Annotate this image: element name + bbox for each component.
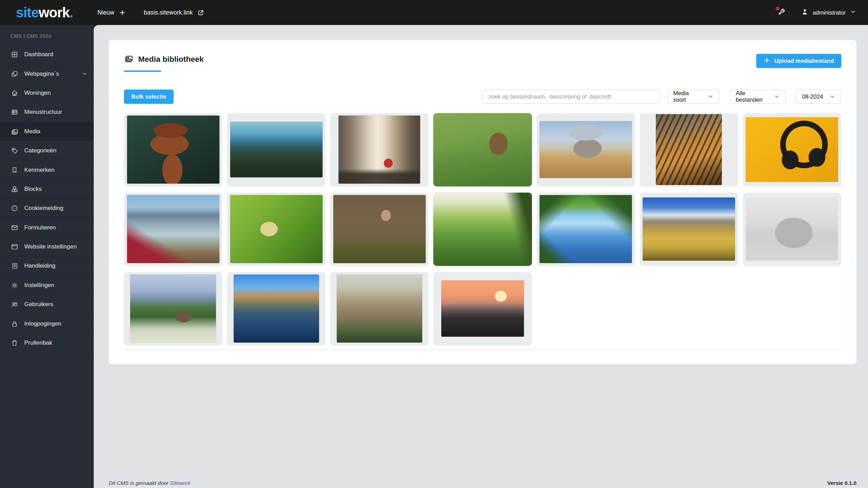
browser-icon	[10, 243, 19, 251]
version-label: Versie 0.1.0	[827, 480, 857, 486]
media-thumbnail	[746, 197, 838, 260]
chevron-down-icon	[82, 71, 87, 77]
media-item-sunset-over-mountains[interactable]	[433, 272, 532, 345]
media-item-forest-lake-mountains[interactable]	[227, 113, 325, 186]
media-library-card: Media bibliotheek Upload mediabestand Bu…	[109, 40, 857, 364]
media-item-misty-mountain-valley[interactable]	[330, 272, 428, 345]
media-item-london-street-red-bus[interactable]	[330, 113, 428, 186]
media-thumbnail	[441, 280, 524, 337]
sidebar-item-media[interactable]: Media	[0, 122, 94, 141]
nieuw-label: Nieuw	[97, 9, 114, 16]
sidebar-item-formulieren[interactable]: Formulieren	[0, 218, 94, 237]
media-item-bird-in-green-leaves[interactable]	[227, 193, 325, 266]
media-thumbnail	[540, 195, 632, 263]
media-thumbnail	[433, 113, 532, 186]
bulk-select-button[interactable]: Bulk selectie	[124, 90, 174, 104]
logo-part1: site	[16, 5, 39, 20]
sidebar-item-woningen[interactable]: Woningen	[0, 84, 94, 103]
media-thumbnail	[230, 195, 323, 263]
sidebar-item-dashboard[interactable]: Dashboard	[0, 45, 94, 64]
tag-icon	[10, 146, 19, 155]
blocks-icon	[10, 185, 19, 193]
title-underline	[124, 70, 161, 72]
cookie-icon	[10, 204, 19, 212]
sidebar-item-gebruikers[interactable]: Gebruikers	[0, 295, 94, 314]
sidebar-item-kenmerken[interactable]: Kenmerken	[0, 160, 94, 179]
sidebar-item-handleiding[interactable]: Handleiding	[0, 256, 94, 276]
notification-dot	[776, 7, 779, 10]
sidebar-item-blocks[interactable]: Blocks	[0, 180, 94, 199]
media-item-alpine-meadow-hut[interactable]	[124, 272, 222, 345]
media-item-mountain-lake-reflection[interactable]	[227, 272, 325, 345]
sidebar-section-label: CMS | CMS 2024	[0, 25, 94, 45]
envelope-icon	[10, 224, 19, 232]
search-input[interactable]	[482, 90, 660, 104]
bulk-button-label: Bulk selectie	[131, 93, 166, 100]
topbar-right: administrator	[777, 8, 856, 17]
filters-group: Media soortAlle bestanden08-2024	[482, 90, 841, 104]
site-link[interactable]: basis.sitework.link	[144, 9, 204, 16]
sitework-logo[interactable]: sitework.	[16, 5, 73, 20]
media-item-river-wooden-boat[interactable]	[537, 193, 635, 266]
logo-dot: .	[69, 5, 73, 20]
footer: Dit CMS is gemaakt door Sitework Versie …	[109, 480, 857, 486]
media-thumbnail	[337, 275, 422, 343]
main-content: Media bibliotheek Upload mediabestand Bu…	[94, 25, 868, 488]
sidebar-item-webpagina-s[interactable]: Webpagina`s	[0, 64, 94, 83]
card-header: Media bibliotheek Upload mediabestand	[124, 54, 841, 72]
username: administrator	[813, 9, 846, 16]
chevron-down-icon	[829, 94, 835, 100]
book-icon	[10, 262, 19, 270]
sidebar: CMS | CMS 2024 DashboardWebpagina`sWonin…	[0, 25, 94, 488]
media-item-headphones-yellow[interactable]	[743, 113, 841, 186]
sidebar-item-inlogpogingen[interactable]: Inlogpogingen	[0, 314, 94, 333]
filter-media-type[interactable]: Media soort	[667, 90, 719, 104]
footer-credit: Dit CMS is gemaakt door Sitework	[109, 480, 191, 486]
filter-file-type[interactable]: Alle bestanden	[730, 90, 786, 104]
page-title: Media bibliotheek	[138, 55, 204, 64]
sidebar-item-menustructuur[interactable]: Menustructuur	[0, 103, 94, 122]
media-thumbnail	[433, 193, 532, 266]
media-thumbnail	[540, 121, 632, 178]
credit-text: Dit CMS is gemaakt door	[109, 480, 170, 486]
users-icon	[10, 300, 19, 309]
media-thumbnail	[643, 197, 735, 260]
media-thumbnail	[234, 275, 319, 343]
sidebar-item-prullenbak[interactable]: Prullenbak	[0, 334, 94, 353]
media-item-grayscale-mountains-placeholder[interactable]	[743, 193, 841, 266]
upload-media-button[interactable]: Upload mediabestand	[756, 54, 841, 68]
card-divider	[124, 350, 841, 350]
user-icon	[801, 8, 809, 17]
media-item-green-field-path-sunset[interactable]	[433, 193, 532, 266]
sidebar-item-instellingen[interactable]: Instellingen	[0, 276, 94, 295]
upload-button-label: Upload mediabestand	[775, 58, 834, 64]
media-item-tiger-on-log[interactable]	[640, 113, 738, 186]
bookmark-icon	[10, 166, 19, 174]
media-thumbnail	[656, 114, 722, 185]
media-item-dog-with-knitted-hat[interactable]	[124, 113, 222, 186]
media-item-bird-on-pine-top[interactable]	[330, 193, 428, 266]
media-thumbnail	[127, 195, 219, 263]
pages-icon	[10, 70, 19, 78]
nieuw-menu[interactable]: Nieuw	[97, 9, 126, 16]
plus-icon	[119, 9, 126, 16]
user-menu[interactable]: administrator	[801, 8, 856, 17]
sidebar-item-website-instellingen[interactable]: Website instellingen	[0, 237, 94, 256]
sidebar-item-cookiemelding[interactable]: Cookiemelding	[0, 199, 94, 218]
chevron-down-icon	[850, 9, 856, 16]
media-item-red-canoes-mountain-lake[interactable]	[124, 193, 222, 266]
media-thumbnail	[130, 275, 216, 343]
sidebar-item-categorie-n[interactable]: Categorieën	[0, 141, 94, 160]
tools-button[interactable]	[777, 8, 786, 17]
media-thumbnail	[333, 195, 426, 263]
topbar: sitework. Nieuw basis.sitework.link admi…	[0, 0, 868, 25]
filter-month[interactable]: 08-2024	[796, 90, 841, 104]
sitework-link[interactable]: Sitework	[170, 480, 191, 486]
media-item-deer-in-grass[interactable]	[433, 113, 532, 186]
media-thumbnail	[230, 122, 323, 177]
media-icon	[10, 127, 19, 136]
home-icon	[10, 89, 19, 97]
media-item-safari-animals-kilimanjaro[interactable]	[537, 113, 635, 186]
lock-icon	[10, 320, 19, 328]
media-item-autumn-aspens-mountains[interactable]	[640, 193, 738, 266]
